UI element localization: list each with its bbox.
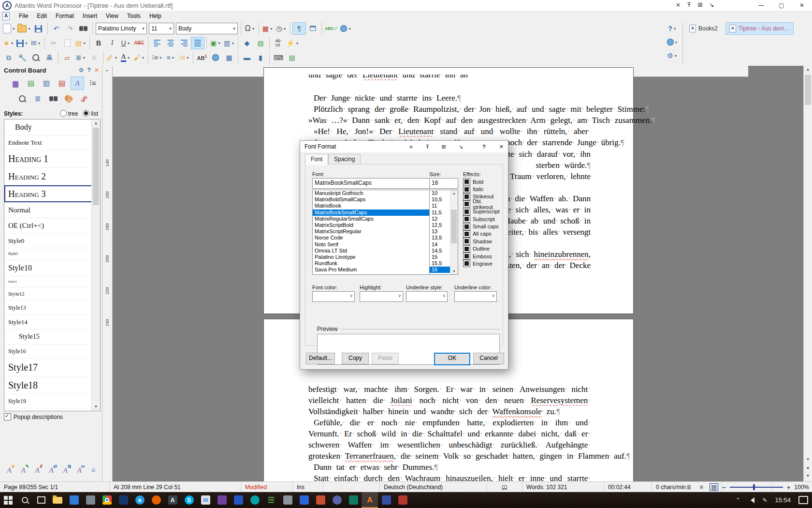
style-item[interactable]: Style16 xyxy=(4,344,100,359)
app-icon-13[interactable] xyxy=(345,492,362,508)
open-document-button[interactable]: ▼ xyxy=(16,22,32,35)
font-list-item[interactable]: Rundfunk xyxy=(313,260,437,267)
zoom-slider[interactable] xyxy=(730,487,783,488)
effect-checkbox[interactable]: Shadow xyxy=(463,238,502,245)
effect-checkbox[interactable]: Dbl. strikeout xyxy=(463,200,502,208)
style-item[interactable]: Style11 xyxy=(4,276,100,287)
style-item[interactable]: Style13 xyxy=(4,301,100,315)
horizontal-ruler-button[interactable]: ▬ xyxy=(240,51,254,64)
tab-font[interactable]: Font xyxy=(305,154,328,165)
print-preview-button[interactable] xyxy=(29,51,43,64)
effect-checkbox[interactable]: All caps xyxy=(463,230,502,238)
copy-button-dialog[interactable]: Copy xyxy=(342,353,369,364)
font-list-item[interactable]: Palatino Linotype xyxy=(313,254,437,260)
zoom-in-button[interactable]: + xyxy=(787,484,791,491)
style-item[interactable]: OE (Ctrl+<) xyxy=(4,218,100,234)
styles-panel-icon[interactable]: ▤ xyxy=(24,76,38,90)
style-item[interactable]: Style14 xyxy=(4,315,100,329)
default-button[interactable]: Default... xyxy=(306,353,335,364)
paragraph-panel-icon[interactable]: ≣ xyxy=(31,92,44,105)
tab-spacing[interactable]: Spacing xyxy=(328,154,361,165)
paperclips-panel-icon[interactable]: 🖇 xyxy=(77,92,91,105)
app-icon-4[interactable]: A xyxy=(164,492,181,508)
document-properties-button[interactable]: ▤ xyxy=(285,51,299,64)
menu-file[interactable]: File xyxy=(14,11,32,21)
web-check-button[interactable]: ▼ xyxy=(339,22,353,35)
style-item[interactable]: Heading 3 xyxy=(4,185,100,203)
dialog-help-icon[interactable]: ? xyxy=(482,144,486,149)
font-list-item[interactable]: Manuskript Gothisch xyxy=(313,190,437,196)
app-icon-3[interactable] xyxy=(115,492,131,508)
font-list-item[interactable]: Noto Serif xyxy=(313,241,437,248)
paragraph-list-button[interactable]: ≡ xyxy=(87,463,100,477)
resize-icon[interactable]: ↘ xyxy=(709,1,714,8)
highlighter-button[interactable]: 🖉▼ xyxy=(105,51,119,64)
font-list-item[interactable]: MatrixBookSmallCaps xyxy=(313,209,437,216)
close-button[interactable]: ✕ xyxy=(792,0,812,11)
edit-style-button[interactable]: A✎ xyxy=(17,463,29,477)
popup-descriptions-checkbox[interactable]: Popup descriptions xyxy=(4,413,63,420)
style-item[interactable]: Style0 xyxy=(4,234,100,248)
skype-icon[interactable]: S xyxy=(181,492,197,508)
start-button[interactable] xyxy=(0,492,16,508)
fonts-panel-icon[interactable]: A xyxy=(71,76,84,90)
bold-button[interactable]: B xyxy=(92,37,105,49)
redo-button[interactable]: ↷ xyxy=(63,22,77,35)
effect-checkbox[interactable]: Small caps xyxy=(463,223,502,230)
style-item[interactable]: Body xyxy=(4,120,100,135)
palette-panel-icon[interactable]: 🎨 xyxy=(62,92,75,105)
font-list-item[interactable]: Norse Code xyxy=(313,235,437,241)
style-item[interactable]: Style18 xyxy=(4,376,100,394)
mail-icon[interactable]: ✉ xyxy=(197,492,214,508)
binoculars-panel-icon[interactable] xyxy=(46,92,60,105)
add-window-icon[interactable]: ⊞ xyxy=(697,1,702,8)
effect-checkbox[interactable]: Engrave xyxy=(463,260,502,267)
pen-icon[interactable]: ✎ xyxy=(762,497,767,504)
font-list-item[interactable]: Omnia LT Std xyxy=(313,248,437,254)
style-item[interactable]: Style15 xyxy=(4,329,100,344)
align-left-button[interactable] xyxy=(150,37,164,49)
dialog-add-icon[interactable]: ⊞ xyxy=(442,144,446,150)
insert-image-button[interactable]: ▣▼ xyxy=(209,37,222,49)
columns-button[interactable]: ▥▼ xyxy=(222,37,236,49)
footnote-button[interactable]: AB1 xyxy=(195,51,209,64)
find-button[interactable] xyxy=(77,22,90,35)
edge-icon[interactable]: e xyxy=(131,492,148,508)
dialog-title-bar[interactable]: Font Format ⨯ Ŧ ⊞ ↘ ? ✕ xyxy=(300,141,508,152)
underline-button[interactable]: U▼ xyxy=(119,37,132,49)
effect-checkbox[interactable]: Superscript xyxy=(463,208,502,215)
style-item[interactable]: Style12 xyxy=(4,287,100,301)
clipboard-panel-icon[interactable]: ▆ xyxy=(9,76,22,90)
undo-button[interactable]: ↶ xyxy=(50,22,63,35)
formatting-marks-button[interactable]: ¶ xyxy=(292,22,306,35)
app-icon-8[interactable]: ☰ xyxy=(263,492,279,508)
multilevel-list-button[interactable]: ⁝≡▼ xyxy=(177,51,191,64)
pin-icon[interactable]: ⨯ xyxy=(676,1,681,8)
effect-checkbox[interactable]: Italic xyxy=(463,185,502,193)
tray-chevron-icon[interactable]: ⌃ xyxy=(736,497,740,503)
dialog-pin-top-icon[interactable]: Ŧ xyxy=(426,144,429,149)
vertical-ruler-button[interactable]: ▮ xyxy=(254,51,267,64)
styles-scrollbar[interactable]: ▲ ▼ xyxy=(91,120,100,411)
eraser-button[interactable]: ▱ xyxy=(60,51,74,64)
panel-gear-icon[interactable]: ⚙ xyxy=(79,67,84,74)
page-layout-button[interactable]: ▤ xyxy=(254,37,267,49)
app-icon-15[interactable] xyxy=(394,492,411,508)
font-list-item[interactable]: MatrixBoldSmallCaps xyxy=(313,196,437,203)
hyperlink-button[interactable] xyxy=(209,51,222,64)
effect-checkbox[interactable]: Outline xyxy=(463,245,502,253)
panel-close-icon[interactable]: ✕ xyxy=(94,67,99,74)
menu-insert[interactable]: Insert xyxy=(78,11,102,21)
notifications-icon[interactable] xyxy=(798,496,808,504)
numbered-list-button[interactable]: ≡▼ xyxy=(164,51,177,64)
maximize-button[interactable]: ▢ xyxy=(771,0,792,11)
spellcheck-button[interactable]: ABC✓ xyxy=(324,22,339,35)
help-button[interactable]: ?▼ xyxy=(663,22,682,35)
insert-table-button[interactable]: ▦ xyxy=(222,51,236,64)
ok-button[interactable]: OK xyxy=(434,353,470,365)
web-view-button[interactable]: ≡ xyxy=(697,483,706,491)
favorites-button[interactable]: ★▼ xyxy=(2,37,15,49)
font-list-item[interactable]: Sava Pro Medium xyxy=(313,267,437,273)
app-icon-7[interactable] xyxy=(246,492,263,508)
draft-view-button[interactable]: ≣ xyxy=(684,483,693,491)
